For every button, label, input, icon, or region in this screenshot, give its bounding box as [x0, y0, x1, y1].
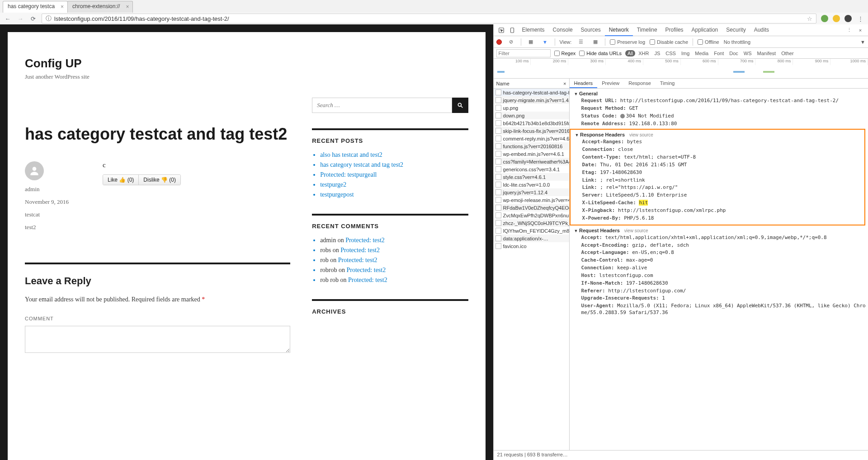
close-devtools-icon[interactable]: ×: [855, 25, 865, 35]
browser-tab-0[interactable]: has category testca×: [3, 1, 68, 13]
request-row[interactable]: RFdaBw1V0eDZheqfcyQ4EOgd…: [494, 204, 569, 211]
filter-type-xhr[interactable]: XHR: [636, 50, 651, 56]
hide-data-urls-checkbox[interactable]: Hide data URLs: [579, 51, 622, 56]
comment-author[interactable]: rob: [320, 257, 329, 263]
filter-type-manifest[interactable]: Manifest: [755, 50, 778, 56]
request-row[interactable]: css?family=Merriweather%3A40…: [494, 158, 569, 165]
filter-type-css[interactable]: CSS: [663, 50, 678, 56]
request-row[interactable]: zhcz-_WNjSQC0oHJ9TCYPk_vA…: [494, 219, 569, 227]
comment-author[interactable]: robs: [320, 247, 331, 253]
browser-tab-1[interactable]: chrome-extension://×: [67, 1, 133, 13]
comment-link[interactable]: Protected: test2: [348, 277, 387, 283]
dislike-button[interactable]: Dislike 👎 (0): [139, 175, 180, 185]
site-title[interactable]: Config UP: [25, 56, 468, 70]
address-bar[interactable]: ⓘ lstestconfigup.com/2016/11/09/has-cate…: [42, 14, 816, 23]
name-column-header[interactable]: Name ×: [494, 79, 569, 89]
devtools-tab-audits[interactable]: Audits: [750, 24, 773, 36]
offline-checkbox[interactable]: Offline: [698, 39, 719, 45]
regex-checkbox[interactable]: Regex: [554, 51, 576, 56]
detail-tab-preview[interactable]: Preview: [597, 79, 624, 88]
forward-button[interactable]: →: [16, 14, 24, 23]
close-icon[interactable]: ×: [61, 4, 64, 10]
request-row[interactable]: skip-link-focus-fix.js?ver=20160…: [494, 127, 569, 135]
filter-input[interactable]: [496, 49, 551, 57]
filter-type-all[interactable]: All: [625, 50, 635, 56]
request-row[interactable]: wp-embed.min.js?ver=4.6.1: [494, 150, 569, 158]
request-row[interactable]: wp-emoji-release.min.js?ver=4.6.1: [494, 196, 569, 204]
comment-author[interactable]: robrob: [320, 267, 337, 273]
clear-button[interactable]: ⊘: [506, 37, 516, 47]
filter-type-img[interactable]: Img: [679, 50, 692, 56]
recent-post-link[interactable]: has category testcat and tag test2: [320, 161, 468, 169]
request-row[interactable]: ZvcMqxEwPfh2qDWBPxn6nuLi…: [494, 211, 569, 219]
detail-tab-response[interactable]: Response: [624, 79, 656, 88]
devtools-tab-sources[interactable]: Sources: [577, 24, 605, 36]
recent-post-link[interactable]: testpurgepost: [320, 191, 468, 198]
request-row[interactable]: has-category-testcat-and-tag-te…: [494, 89, 569, 96]
info-icon[interactable]: ⓘ: [46, 14, 52, 23]
devtools-tab-elements[interactable]: Elements: [518, 24, 549, 36]
comment-author[interactable]: rob rob: [320, 277, 339, 283]
comment-author[interactable]: admin: [320, 237, 336, 244]
device-icon[interactable]: [507, 25, 517, 35]
dropdown-icon[interactable]: ▼: [860, 39, 865, 45]
devtools-tab-network[interactable]: Network: [605, 24, 633, 36]
request-row[interactable]: data:application/x-…: [494, 235, 569, 242]
request-row[interactable]: comment-reply.min.js?ver=4.6.1: [494, 135, 569, 142]
request-row[interactable]: b642b4217b34b1e8d3bd915fc65…: [494, 119, 569, 127]
preserve-log-checkbox[interactable]: Preserve log: [610, 39, 645, 45]
more-icon[interactable]: ⋮: [844, 25, 854, 35]
comment-textarea[interactable]: [25, 326, 290, 353]
filter-type-js[interactable]: JS: [652, 50, 662, 56]
throttling-select[interactable]: No throttling: [724, 39, 750, 45]
request-row[interactable]: favicon.ico: [494, 242, 569, 250]
recent-post-link[interactable]: testpurge2: [320, 181, 468, 188]
extension-icon[interactable]: [844, 15, 852, 22]
filter-type-other[interactable]: Other: [779, 50, 796, 56]
extension-icon[interactable]: [833, 15, 840, 22]
post-date[interactable]: November 9, 2016: [25, 198, 84, 206]
request-row[interactable]: style.css?ver=4.6.1: [494, 173, 569, 181]
devtools-tab-application[interactable]: Application: [688, 24, 722, 36]
detail-tab-timing[interactable]: Timing: [656, 79, 679, 88]
devtools-tab-console[interactable]: Console: [549, 24, 577, 36]
request-row[interactable]: jquery.js?ver=1.12.4: [494, 188, 569, 196]
request-row[interactable]: up.png: [494, 104, 569, 112]
recent-post-link[interactable]: also has testcat and test2: [320, 151, 468, 159]
filter-type-ws[interactable]: WS: [741, 50, 754, 56]
view-source-link[interactable]: view source: [624, 228, 648, 233]
request-row[interactable]: down.png: [494, 112, 569, 119]
view-list-icon[interactable]: ☰: [576, 37, 586, 47]
author-link[interactable]: admin: [25, 186, 84, 193]
recent-post-link[interactable]: Protected: testpurgeall: [320, 171, 468, 178]
filter-type-media[interactable]: Media: [693, 50, 711, 56]
request-row[interactable]: jquery-migrate.min.js?ver=1.4.1: [494, 96, 569, 104]
back-button[interactable]: ←: [4, 14, 12, 23]
menu-icon[interactable]: ⋮: [856, 14, 864, 23]
comment-link[interactable]: Protected: test2: [345, 237, 385, 244]
post-category[interactable]: testcat: [25, 211, 84, 218]
search-button[interactable]: [452, 98, 468, 113]
filter-type-font[interactable]: Font: [712, 50, 726, 56]
like-button[interactable]: Like 👍 (0): [103, 175, 139, 185]
devtools-tab-security[interactable]: Security: [722, 24, 750, 36]
view-source-link[interactable]: view source: [629, 132, 653, 137]
comment-link[interactable]: Protected: test2: [338, 257, 377, 263]
timeline[interactable]: 100 ms200 ms300 ms400 ms500 ms600 ms700 …: [494, 59, 868, 79]
capture-icon[interactable]: ▦: [526, 37, 536, 47]
view-grid-icon[interactable]: ▦: [590, 37, 600, 47]
devtools-tab-profiles[interactable]: Profiles: [661, 24, 688, 36]
section-heading[interactable]: Request Headersview source: [574, 227, 868, 234]
post-tag[interactable]: test2: [25, 224, 84, 231]
inspect-icon[interactable]: [496, 25, 506, 35]
section-heading[interactable]: General: [574, 90, 868, 97]
star-icon[interactable]: ☆: [807, 15, 812, 22]
extension-icon[interactable]: [821, 15, 828, 22]
detail-tab-headers[interactable]: Headers: [570, 79, 598, 88]
request-row[interactable]: functions.js?ver=20160816: [494, 142, 569, 150]
disable-cache-checkbox[interactable]: Disable cache: [650, 39, 688, 45]
record-button[interactable]: [496, 39, 502, 45]
request-row[interactable]: ldc-lite.css?ver=1.0.0: [494, 181, 569, 188]
reload-button[interactable]: ⟳: [29, 14, 37, 23]
search-input[interactable]: [312, 98, 452, 113]
